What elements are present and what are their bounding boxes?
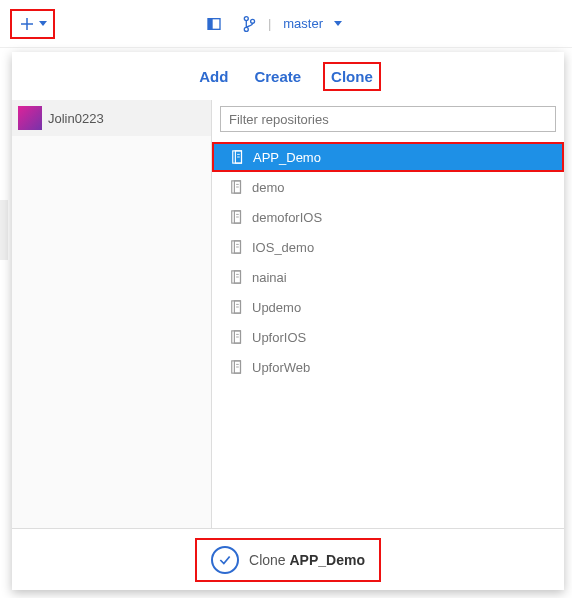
repo-icon bbox=[230, 210, 244, 224]
owners-column: Jolin0223 bbox=[12, 100, 212, 528]
repo-icon bbox=[230, 270, 244, 284]
caret-down-icon bbox=[39, 21, 47, 26]
repo-list: APP_Demo demo demoforIOS IOS_demo nainai… bbox=[212, 136, 564, 528]
clone-dropdown-panel: Add Create Clone Jolin0223 APP_Demo demo… bbox=[12, 52, 564, 590]
repo-item[interactable]: UpforIOS bbox=[212, 322, 564, 352]
repo-icon bbox=[230, 300, 244, 314]
repos-column: APP_Demo demo demoforIOS IOS_demo nainai… bbox=[212, 100, 564, 528]
repo-icon bbox=[230, 180, 244, 194]
owner-item[interactable]: Jolin0223 bbox=[12, 100, 211, 136]
repo-icon bbox=[230, 330, 244, 344]
repo-item[interactable]: Updemo bbox=[212, 292, 564, 322]
svg-point-4 bbox=[250, 19, 254, 23]
repo-name: demo bbox=[252, 180, 285, 195]
repo-name: IOS_demo bbox=[252, 240, 314, 255]
branch-icon bbox=[242, 15, 256, 33]
repo-item[interactable]: demo bbox=[212, 172, 564, 202]
tab-create[interactable]: Create bbox=[250, 62, 305, 91]
repo-name: demoforIOS bbox=[252, 210, 322, 225]
svg-point-3 bbox=[244, 27, 248, 31]
clone-confirm-button[interactable]: Clone APP_Demo bbox=[195, 538, 381, 582]
avatar bbox=[18, 106, 42, 130]
new-repo-dropdown-button[interactable] bbox=[10, 9, 55, 39]
svg-rect-1 bbox=[208, 18, 213, 29]
owner-name: Jolin0223 bbox=[48, 111, 104, 126]
branch-name: master bbox=[283, 16, 323, 31]
repo-item[interactable]: nainai bbox=[212, 262, 564, 292]
clone-confirm-label: Clone APP_Demo bbox=[249, 552, 365, 568]
filter-repositories-input[interactable] bbox=[220, 106, 556, 132]
repo-icon bbox=[230, 360, 244, 374]
repo-item[interactable]: UpforWeb bbox=[212, 352, 564, 382]
repo-icon bbox=[230, 240, 244, 254]
repo-name: UpforIOS bbox=[252, 330, 306, 345]
branch-selector[interactable]: | master bbox=[242, 15, 342, 33]
panel-body: Jolin0223 APP_Demo demo demoforIOS IOS_d… bbox=[12, 100, 564, 528]
repo-name: nainai bbox=[252, 270, 287, 285]
repo-name: Updemo bbox=[252, 300, 301, 315]
tab-clone[interactable]: Clone bbox=[323, 62, 381, 91]
repo-item[interactable]: APP_Demo bbox=[212, 142, 564, 172]
check-circle-icon bbox=[211, 546, 239, 574]
repo-item[interactable]: demoforIOS bbox=[212, 202, 564, 232]
repo-name: UpforWeb bbox=[252, 360, 310, 375]
background-strip bbox=[0, 200, 8, 260]
plus-icon bbox=[18, 15, 36, 33]
separator: | bbox=[268, 16, 271, 31]
repo-item[interactable]: IOS_demo bbox=[212, 232, 564, 262]
svg-point-2 bbox=[244, 16, 248, 20]
tabs-row: Add Create Clone bbox=[12, 52, 564, 100]
panel-footer: Clone APP_Demo bbox=[12, 528, 564, 590]
panel-toggle-icon[interactable] bbox=[206, 16, 222, 32]
repo-name: APP_Demo bbox=[253, 150, 321, 165]
tab-add[interactable]: Add bbox=[195, 62, 232, 91]
top-toolbar: | master bbox=[0, 0, 572, 48]
repo-icon bbox=[231, 150, 245, 164]
caret-down-icon bbox=[334, 21, 342, 26]
